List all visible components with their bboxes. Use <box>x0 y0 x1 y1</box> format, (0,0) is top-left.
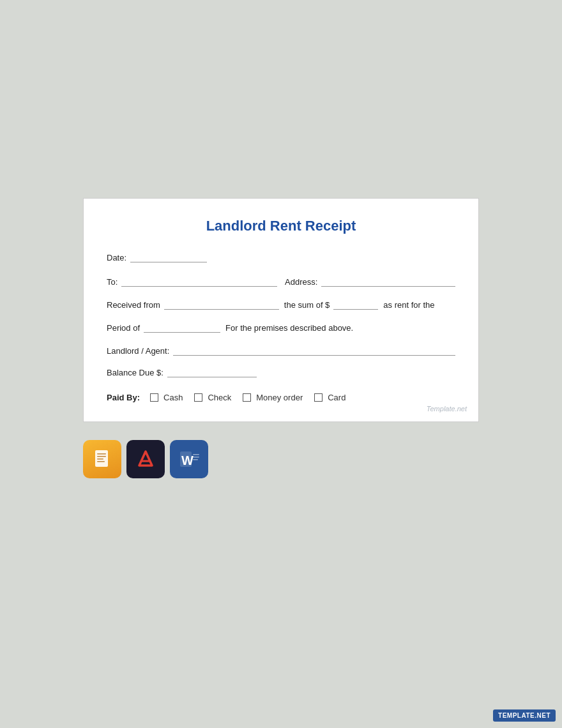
received-row: Received from the sum of $ as rent for t… <box>107 300 455 310</box>
sum-field[interactable] <box>333 300 378 310</box>
cash-checkbox-group[interactable]: Cash <box>150 393 183 402</box>
template-net-badge: TEMPLATE.NET <box>493 709 556 722</box>
to-address-row: To: Address: <box>107 277 455 287</box>
received-from-field[interactable] <box>164 300 279 310</box>
balance-row: Balance Due $: <box>107 367 455 377</box>
money-order-label: Money order <box>256 393 303 402</box>
word-icon[interactable]: W <box>170 440 208 478</box>
premises-label: For the premises described above. <box>225 323 353 333</box>
card-checkbox[interactable] <box>314 393 323 402</box>
page-wrapper: Landlord Rent Receipt Date: To: Address:… <box>0 0 562 728</box>
svg-text:W: W <box>181 453 194 467</box>
balance-field[interactable] <box>167 367 257 377</box>
date-field[interactable] <box>130 252 207 262</box>
date-label: Date: <box>107 253 126 262</box>
date-row: Date: <box>107 252 455 262</box>
check-label: Check <box>208 393 231 402</box>
rent-label: as rent for the <box>383 300 434 310</box>
svg-rect-1 <box>97 453 106 455</box>
sum-label: the sum of $ <box>284 300 330 310</box>
address-label: Address: <box>285 277 317 287</box>
balance-label: Balance Due $: <box>107 368 163 377</box>
pages-icon-svg <box>91 448 113 470</box>
to-label: To: <box>107 277 118 287</box>
acrobat-icon-svg <box>134 448 157 471</box>
acrobat-icon[interactable] <box>126 440 165 478</box>
check-checkbox-group[interactable]: Check <box>194 393 231 402</box>
svg-rect-3 <box>97 459 103 460</box>
svg-rect-9 <box>193 454 199 455</box>
to-field[interactable] <box>121 277 277 287</box>
app-icons-row: W <box>83 440 208 478</box>
address-field[interactable] <box>321 277 455 287</box>
pages-icon[interactable] <box>83 440 121 478</box>
card-label: Card <box>328 393 346 402</box>
money-order-checkbox[interactable] <box>243 393 251 402</box>
svg-rect-11 <box>193 459 198 460</box>
paid-by-row: Paid By: Cash Check Money order Card Tem… <box>107 393 455 402</box>
landlord-field[interactable] <box>173 345 455 356</box>
money-order-checkbox-group[interactable]: Money order <box>243 393 303 402</box>
card-checkbox-group[interactable]: Card <box>314 393 346 402</box>
period-field[interactable] <box>144 322 220 333</box>
receipt-card: Landlord Rent Receipt Date: To: Address:… <box>83 198 479 422</box>
svg-rect-10 <box>193 457 199 458</box>
svg-marker-5 <box>139 451 152 466</box>
watermark-text: Template.net <box>427 405 467 413</box>
svg-rect-4 <box>97 461 105 462</box>
period-label: Period of <box>107 323 140 333</box>
paid-by-label: Paid By: <box>107 393 140 402</box>
received-from-label: Received from <box>107 300 160 310</box>
landlord-label: Landlord / Agent: <box>107 346 169 356</box>
address-section: Address: <box>285 277 455 287</box>
check-checkbox[interactable] <box>194 393 202 402</box>
to-section: To: <box>107 277 277 287</box>
word-icon-svg: W <box>178 448 201 471</box>
period-row: Period of For the premises described abo… <box>107 322 455 333</box>
cash-label: Cash <box>163 393 183 402</box>
svg-rect-2 <box>97 456 106 457</box>
receipt-title: Landlord Rent Receipt <box>107 218 455 234</box>
cash-checkbox[interactable] <box>150 393 158 402</box>
landlord-row: Landlord / Agent: <box>107 345 455 356</box>
